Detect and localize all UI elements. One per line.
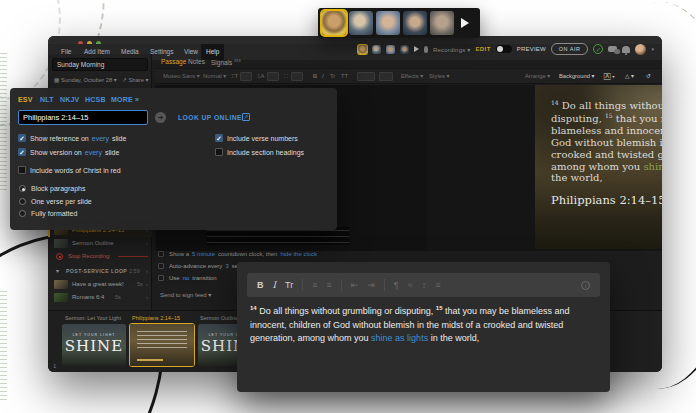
participant-thumbnail[interactable] bbox=[400, 45, 409, 54]
person-thumbnail[interactable] bbox=[376, 11, 400, 35]
version-tab-esv[interactable]: ESV bbox=[18, 96, 33, 103]
checkbox[interactable] bbox=[158, 251, 164, 257]
preview-mode-label[interactable]: PREVIEW bbox=[517, 46, 546, 52]
font-size-field[interactable] bbox=[240, 72, 252, 81]
participant-thumbnail[interactable] bbox=[386, 45, 395, 54]
styles-dropdown[interactable]: Styles ▾ bbox=[429, 73, 449, 79]
radio-one-verse-per-slide[interactable]: One verse per slide bbox=[18, 198, 92, 205]
participant-thumbnail[interactable] bbox=[372, 45, 381, 54]
person-thumbnail[interactable] bbox=[349, 11, 373, 35]
arrange-dropdown[interactable]: Arrange ▾ bbox=[525, 73, 550, 79]
collapse-arrow-icon[interactable]: ‹ bbox=[146, 237, 148, 250]
option-verse-numbers[interactable]: ✓ Include verse numbers bbox=[215, 135, 298, 142]
editor-verse-text[interactable]: 14 Do all things without grumbling or di… bbox=[250, 304, 599, 346]
collapse-arrow-icon[interactable]: ‹ bbox=[146, 291, 148, 304]
participant-thumbnail[interactable] bbox=[358, 45, 367, 54]
bold-button[interactable]: B bbox=[257, 280, 264, 290]
radio-unselected[interactable] bbox=[19, 198, 26, 205]
font-style-dropdown[interactable]: Normal ▾ bbox=[203, 73, 226, 79]
service-group-header[interactable]: ▾ POST-SERVICE LOOP 2:59 ‹ bbox=[48, 265, 152, 278]
line-height-field[interactable] bbox=[267, 72, 279, 81]
mode-toggle[interactable] bbox=[496, 45, 512, 53]
go-arrow-button[interactable]: ➔ bbox=[155, 112, 166, 123]
color-dropdown[interactable] bbox=[357, 72, 375, 81]
service-item-stop-recording[interactable]: Stop Recording bbox=[48, 250, 152, 263]
play-icon[interactable] bbox=[461, 18, 469, 28]
checkbox-checked[interactable]: ✓ bbox=[18, 134, 26, 142]
line-spacing-icon[interactable]: ↕ bbox=[422, 280, 427, 290]
undo-icon[interactable]: ↺ bbox=[646, 73, 651, 79]
option-show-version[interactable]: ✓ Show version oneveryslide bbox=[18, 149, 122, 156]
text-style-button[interactable]: Tr bbox=[285, 280, 293, 290]
slide-preview[interactable]: 14 Do all things without grumbling or di… bbox=[535, 85, 662, 249]
version-tab-nlt[interactable]: NLT bbox=[40, 96, 54, 103]
checkbox-unchecked[interactable] bbox=[18, 166, 26, 174]
tagged-phrase[interactable]: shine as lights bbox=[371, 333, 428, 343]
checkbox[interactable] bbox=[158, 275, 164, 281]
version-tab-nkjv[interactable]: NKJV bbox=[60, 96, 79, 103]
on-air-button[interactable]: ON AIR bbox=[551, 43, 589, 55]
italic-button[interactable]: I bbox=[322, 73, 324, 79]
font-family-dropdown[interactable]: Museo Sans ▾ bbox=[163, 73, 200, 79]
version-tab-hcsb[interactable]: HCSB bbox=[85, 96, 106, 103]
numbered-list-icon[interactable]: ≡ bbox=[327, 280, 332, 290]
external-link-icon[interactable]: ↗ bbox=[242, 113, 250, 121]
look-up-online-link[interactable]: LOOK UP ONLINE bbox=[178, 114, 242, 121]
service-item[interactable]: Have a great week!5s ‹ bbox=[48, 278, 152, 291]
checkbox-checked[interactable]: ✓ bbox=[18, 148, 26, 156]
filmstrip-slide-selected[interactable] bbox=[130, 324, 194, 366]
person-thumbnail[interactable] bbox=[403, 11, 427, 35]
service-item[interactable]: Romans 6:45s ‹ bbox=[48, 291, 152, 304]
account-caret-icon[interactable]: ▾ bbox=[651, 46, 654, 52]
wrap-icon[interactable]: ≈ bbox=[408, 280, 413, 290]
person-thumbnail[interactable] bbox=[430, 11, 454, 35]
tab-signals[interactable]: Signals 818 bbox=[211, 58, 241, 66]
play-icon[interactable] bbox=[414, 46, 419, 52]
align-icon[interactable]: ≡ bbox=[435, 280, 440, 290]
group-caret-icon[interactable]: ▾ bbox=[56, 265, 59, 278]
indent-increase-icon[interactable]: ⇥ bbox=[367, 280, 375, 290]
option-words-of-christ[interactable]: Include words of Christ in red bbox=[18, 167, 121, 174]
radio-selected[interactable] bbox=[19, 185, 26, 192]
shape-dropdown[interactable]: △ ▾ bbox=[625, 73, 634, 79]
version-tab-more[interactable]: MORE » bbox=[111, 96, 139, 103]
user-avatar[interactable] bbox=[635, 44, 646, 55]
chat-icon[interactable] bbox=[608, 46, 617, 52]
share-dropdown[interactable]: ↗ Share ▾ bbox=[122, 77, 148, 83]
bullet-list-icon[interactable]: ≡ bbox=[312, 280, 317, 290]
info-icon[interactable]: i bbox=[581, 281, 590, 290]
italic-button[interactable]: I bbox=[273, 280, 277, 290]
radio-block-paragraphs[interactable]: Block paragraphs bbox=[18, 185, 85, 192]
service-date-dropdown[interactable]: ▦ Sunday, October 28 ▾ bbox=[54, 77, 117, 83]
person-thumbnail-selected[interactable] bbox=[322, 11, 346, 35]
countdown-setting[interactable]: Show a5 minutecountdown clock, thenhide … bbox=[158, 251, 358, 257]
spacing-field[interactable] bbox=[291, 72, 303, 81]
filmstrip-slide[interactable]: LET YOUR LIGHT SHINE bbox=[62, 324, 126, 366]
checkbox-unchecked[interactable] bbox=[215, 148, 223, 156]
paragraph-icon[interactable]: ¶ bbox=[394, 280, 399, 290]
edit-mode-label[interactable]: EDIT bbox=[475, 46, 490, 52]
status-check-icon[interactable]: ✓ bbox=[593, 44, 603, 54]
background-dropdown[interactable]: Background ▾ bbox=[559, 73, 594, 79]
collapse-arrow-icon[interactable]: ‹ bbox=[146, 278, 148, 291]
notifications-bell-icon[interactable] bbox=[622, 46, 630, 53]
text-transform-button[interactable]: Tr bbox=[330, 73, 335, 79]
collapse-arrow-icon[interactable]: ‹ bbox=[146, 265, 148, 278]
passage-search-input[interactable] bbox=[18, 110, 148, 125]
all-caps-button[interactable]: TT bbox=[341, 73, 348, 79]
fill-dropdown[interactable] bbox=[379, 72, 393, 81]
playlist-title-field[interactable]: Sunday Morning bbox=[52, 58, 148, 71]
recordings-dropdown[interactable]: Recordings ▾ bbox=[433, 46, 470, 53]
tab-notes[interactable]: Notes bbox=[188, 58, 205, 65]
service-item[interactable]: Sermon Outline ‹ bbox=[48, 237, 152, 250]
checkbox-checked[interactable]: ✓ bbox=[215, 134, 223, 142]
radio-unselected[interactable] bbox=[19, 210, 26, 217]
option-show-reference[interactable]: ✓ Show reference oneveryslide bbox=[18, 135, 129, 142]
text-box-dropdown[interactable]: 🄰 ▾ bbox=[604, 73, 615, 80]
option-section-headings[interactable]: Include section headings bbox=[215, 149, 304, 156]
checkbox[interactable] bbox=[158, 263, 164, 269]
effects-dropdown[interactable]: Effects ▾ bbox=[401, 73, 423, 79]
radio-fully-formatted[interactable]: Fully formatted bbox=[18, 210, 77, 217]
bold-button[interactable]: B bbox=[313, 73, 317, 79]
indent-decrease-icon[interactable]: ⇤ bbox=[351, 280, 359, 290]
